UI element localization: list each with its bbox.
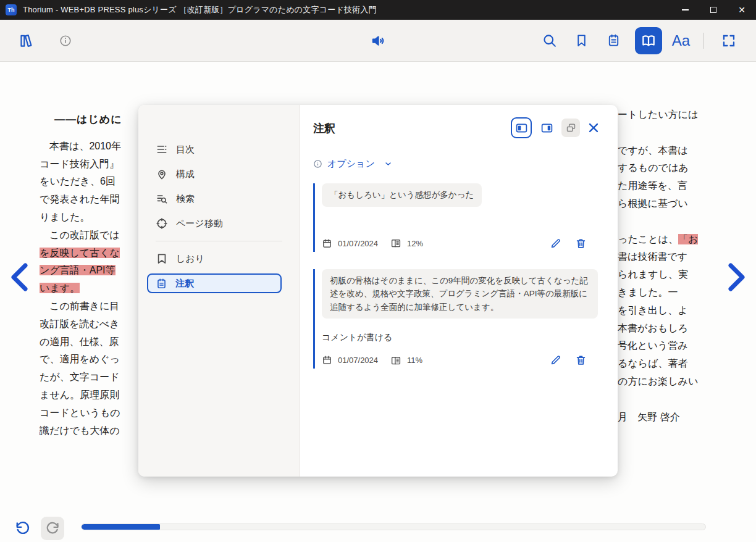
search-list-icon — [156, 193, 168, 205]
book-text: の方にお楽しみい — [618, 376, 698, 386]
book-text-line: コードというもの — [40, 404, 139, 422]
maximize-button[interactable] — [699, 0, 728, 20]
book-text-line: をいただき、6回 — [40, 173, 139, 191]
book-text: られますし、実 — [618, 269, 688, 280]
book-text-line: この前書きに目 — [40, 298, 139, 315]
window-controls: ✕ — [671, 0, 756, 20]
options-toggle[interactable]: オプション — [313, 158, 603, 170]
history-forward-icon[interactable] — [41, 517, 64, 540]
book-page-right: ートしたい方には ですが、本書はするものではあた用途等を、言ら根拠に基づい った… — [618, 106, 699, 426]
book-text: コードというもの — [40, 407, 120, 418]
book-text: 月 矢野 啓介 — [618, 412, 679, 422]
book-text: この前書きに目 — [40, 301, 120, 311]
edit-annotation-icon[interactable] — [550, 238, 561, 249]
chevron-down-icon — [384, 159, 393, 169]
menu-item-label: 注釈 — [175, 278, 194, 290]
window-title: Thorium - WEB+DB PRESS plusシリーズ ［改訂新版］プロ… — [23, 4, 377, 15]
annotation-progress: 12% — [407, 239, 423, 248]
book-text: この改訂版では — [40, 230, 120, 240]
book-text: コード技術入門』 — [40, 159, 119, 169]
book-text-line: ら根拠に基づい — [618, 195, 699, 213]
book-text-line — [618, 213, 699, 231]
highlighted-text: います。 — [40, 283, 80, 293]
book-text: で、適用をめぐっ — [40, 354, 120, 364]
annotation-comment: コメントが書ける — [322, 332, 603, 343]
book-text: 本書は、2010年 — [40, 141, 121, 151]
book-text: ません。原理原則 — [40, 390, 119, 400]
book-text-line: で、適用をめぐっ — [40, 351, 139, 369]
book-text-line: 書は技術書です — [618, 248, 699, 266]
book-text: をいただき、6回 — [40, 176, 116, 186]
annotation-card[interactable]: 「おもしろい」という感想が多かった 01/07/2024 12% — [313, 183, 603, 252]
reader-toolbar: Aa — [0, 20, 756, 62]
history-back-icon[interactable] — [14, 519, 32, 538]
book-text-line: 本書は、2010年 — [40, 138, 139, 156]
panel-title: 注釈 — [313, 117, 335, 136]
edit-annotation-icon[interactable] — [550, 354, 561, 366]
reading-progress-bar[interactable] — [81, 523, 706, 530]
book-text-line: 改訂版を読むべき — [40, 315, 139, 333]
bookmark-icon[interactable] — [571, 30, 593, 52]
highlighted-text: 「お — [678, 234, 698, 244]
reading-mode-icon[interactable] — [635, 27, 662, 54]
book-progress-icon — [390, 238, 401, 249]
book-text-line: きました。一 — [618, 284, 699, 302]
highlighted-text: を反映して古くな — [40, 248, 120, 258]
dock-left-icon[interactable] — [511, 117, 532, 138]
close-dialog-icon[interactable] — [584, 117, 603, 138]
thorium-app-icon: Th — [6, 4, 17, 15]
book-text: を引き出し、よ — [618, 305, 688, 315]
book-text-line: ング言語・API等 — [40, 262, 139, 280]
options-label: オプション — [327, 158, 375, 170]
book-text-line: を反映して古くな — [40, 244, 139, 262]
book-text: ったことは、 — [618, 234, 678, 244]
next-page-chevron-icon[interactable] — [727, 262, 748, 293]
menu-item-goto-page[interactable]: ページ移動 — [156, 211, 290, 236]
book-text: るならば、著者 — [618, 358, 688, 369]
menu-item-annotations[interactable]: 注釈 — [147, 273, 282, 293]
delete-annotation-icon[interactable] — [575, 238, 587, 249]
book-text-line: の適用、仕様、原 — [40, 333, 139, 351]
app-window: Th Thorium - WEB+DB PRESS plusシリーズ ［改訂新版… — [0, 0, 756, 542]
book-text-line — [618, 391, 699, 409]
delete-annotation-icon[interactable] — [575, 354, 587, 366]
book-text: するものではあ — [618, 162, 689, 173]
calendar-icon — [322, 238, 332, 249]
annotation-progress: 11% — [407, 356, 422, 365]
book-page-left: ——はじめに 本書は、2010年コード技術入門』をいただき、6回で発表された年間… — [40, 111, 139, 440]
book-text-line: 識だけでも大体の — [40, 422, 139, 440]
annotation-card[interactable]: 初版の骨格はそのままに、この9年間の変化を反映して古くなった記述を改め、規格や文… — [313, 269, 603, 369]
toc-icon — [156, 143, 168, 156]
menu-item-landmarks[interactable]: 構成 — [156, 162, 290, 186]
library-books-icon[interactable] — [15, 30, 37, 52]
text-to-speech-icon[interactable] — [367, 30, 389, 52]
detach-window-icon[interactable] — [561, 119, 580, 137]
annotation-quote: 「おもしろい」という感想が多かった — [322, 183, 482, 207]
book-text-line: ったことは、「お — [618, 231, 699, 249]
minimize-button[interactable] — [671, 0, 699, 20]
fullscreen-icon[interactable] — [718, 30, 740, 52]
annotations-dialog: 目次 構成 検索 ページ移動 — [138, 105, 618, 477]
annotations-notepad-icon[interactable] — [603, 30, 625, 52]
menu-item-search[interactable]: 検索 — [156, 186, 290, 211]
book-text-line: この改訂版では — [40, 227, 139, 244]
close-window-button[interactable]: ✕ — [728, 0, 756, 20]
menu-item-label: 検索 — [176, 193, 195, 205]
book-text-line: たが、文字コード — [40, 369, 139, 386]
menu-item-bookmarks[interactable]: しおり — [156, 246, 290, 271]
previous-page-chevron-icon[interactable] — [8, 262, 29, 293]
toolbar-divider — [704, 33, 704, 49]
menu-item-toc[interactable]: 目次 — [156, 137, 290, 162]
landmarks-pin-icon — [156, 168, 168, 180]
search-icon[interactable] — [539, 30, 561, 52]
book-text: 識だけでも大体の — [40, 425, 120, 436]
menu-item-label: ページ移動 — [176, 218, 223, 230]
book-text: 書は技術書です — [618, 251, 687, 262]
goto-page-icon — [156, 217, 168, 230]
annotation-date: 01/07/2024 — [338, 239, 378, 248]
book-text: 本書がおもしろ — [618, 323, 688, 333]
text-settings-icon[interactable]: Aa — [672, 30, 690, 52]
info-icon[interactable] — [54, 30, 77, 52]
book-text-line: 本書がおもしろ — [618, 320, 699, 338]
dock-right-icon[interactable] — [536, 117, 557, 138]
